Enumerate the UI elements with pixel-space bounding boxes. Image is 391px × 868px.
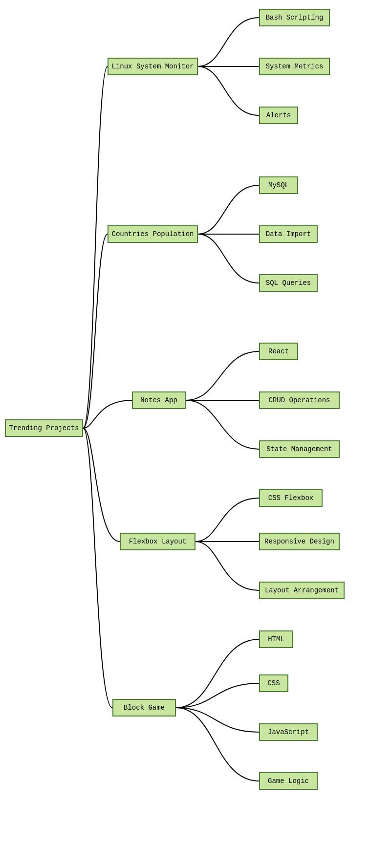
node-alerts: Alerts — [259, 107, 298, 124]
node-countries: Countries Population — [108, 225, 198, 243]
node-statemgmt: State Management — [259, 440, 340, 458]
node-responsive: Responsive Design — [259, 533, 340, 550]
node-linux: Linux System Monitor — [108, 58, 198, 75]
node-react: React — [259, 343, 298, 360]
node-flexbox: Flexbox Layout — [120, 533, 196, 550]
node-bash: Bash Scripting — [259, 9, 330, 26]
node-css: CSS — [259, 674, 288, 692]
diagram-container: Trending Projects Linux System Monitor C… — [0, 0, 391, 868]
node-dataimport: Data Import — [259, 225, 318, 243]
node-crud: CRUD Operations — [259, 391, 340, 409]
node-mysql: MySQL — [259, 176, 298, 194]
node-html: HTML — [259, 630, 293, 648]
node-javascript: JavaScript — [259, 723, 318, 741]
node-gamelogic: Game Logic — [259, 772, 318, 790]
node-sysmetrics: System Metrics — [259, 58, 330, 75]
node-layout: Layout Arrangement — [259, 582, 345, 599]
node-cssflexbox: CSS Flexbox — [259, 489, 323, 507]
node-blockgame: Block Game — [112, 699, 176, 716]
node-sqlqueries: SQL Queries — [259, 274, 318, 292]
node-trending: Trending Projects — [5, 419, 83, 437]
node-notes: Notes App — [132, 391, 186, 409]
